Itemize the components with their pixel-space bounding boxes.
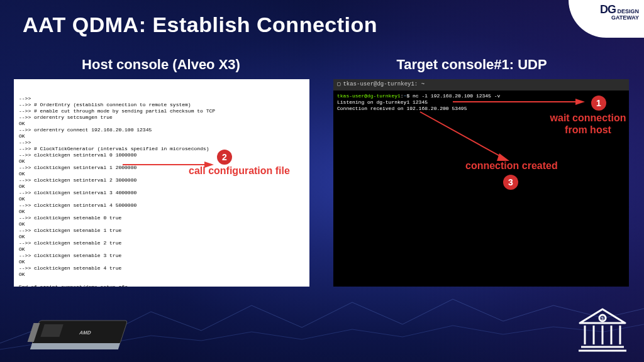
target-out2: Connection received on 192.168.20.200 53… — [337, 106, 467, 111]
target-command: nc -l 192.168.20.100 12345 -v — [413, 93, 500, 99]
prompt-path: ~ — [404, 93, 407, 99]
svg-text:$: $ — [601, 316, 604, 321]
target-window-titlebar: ▢ tkas-user@dg-turnkey1: ~ — [333, 79, 629, 90]
logo-line2: GATEWAY — [611, 14, 639, 21]
target-window-title: tkas-user@dg-turnkey1: ~ — [343, 81, 425, 88]
target-subtitle: Target console#1: UDP — [333, 57, 610, 73]
svg-text:AMD: AMD — [79, 330, 92, 336]
target-out1: Listening on dg-turnkey1 12345 — [337, 99, 428, 105]
page-title: AAT QDMA: Establish Connection — [23, 13, 377, 37]
target-console: ▢ tkas-user@dg-turnkey1: ~ tkas-user@dg-… — [333, 79, 629, 287]
prompt-user: tkas-user@dg-turnkey1 — [337, 93, 401, 99]
logo-line1: DESIGN — [617, 8, 639, 14]
callout-badge-1: 1 — [591, 96, 606, 111]
bank-icon: $ — [576, 307, 629, 356]
callout-label-conn: connection created — [465, 160, 558, 172]
callout-badge-2: 2 — [217, 150, 232, 165]
callout-label-config: call configuration file — [189, 165, 290, 177]
logo-prefix: DG — [600, 3, 616, 16]
svg-rect-7 — [30, 343, 120, 349]
brand-logo: DG DESIGN GATEWAY — [569, 0, 644, 38]
callout-badge-3: 3 — [503, 175, 518, 190]
alveo-card-illustration: AMD — [25, 314, 132, 356]
host-console: -->> -->> # OrderEntry (establish connec… — [14, 79, 309, 287]
terminal-icon: ▢ — [337, 81, 340, 88]
host-subtitle: Host console (Alveo X3) — [23, 57, 299, 73]
host-console-output: -->> -->> # OrderEntry (establish connec… — [19, 96, 304, 287]
callout-label-wait: wait connection from host — [547, 112, 629, 136]
